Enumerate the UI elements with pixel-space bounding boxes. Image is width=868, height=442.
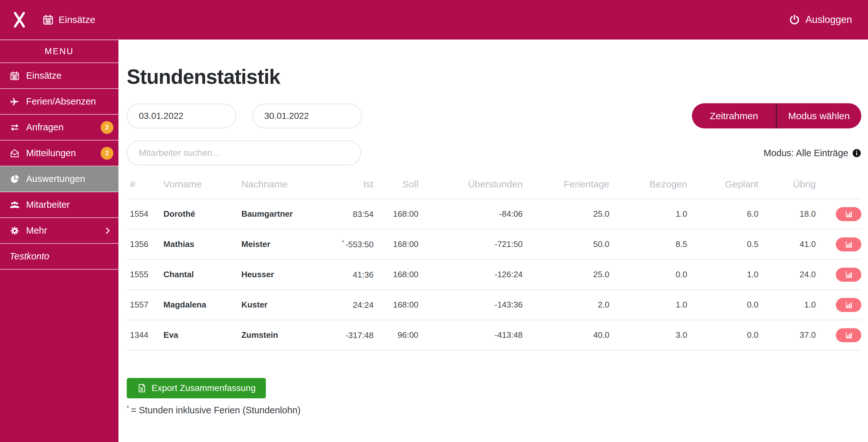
topbar-nav-einsaetze[interactable]: Einsätze — [43, 14, 95, 25]
bar-chart-icon — [844, 331, 853, 340]
cell-nachname: Kuster — [241, 290, 337, 320]
cell-ueberstunden: -721:50 — [418, 229, 523, 259]
col-header-uebrig: Übrig — [758, 171, 816, 199]
cell-soll: 168:00 — [373, 259, 418, 290]
topbar-nav-label: Einsätze — [59, 14, 95, 25]
col-header-bezogen: Bezogen — [610, 171, 687, 199]
sidebar-item-auswertungen[interactable]: Auswertungen — [0, 166, 119, 192]
row-chart-button[interactable] — [836, 298, 861, 312]
pie-chart-icon — [9, 174, 20, 184]
sidebar-item-ferien-absenzen[interactable]: Ferien/Absenzen — [0, 89, 119, 115]
topbar: Einsätze Ausloggen — [0, 0, 868, 39]
cell-id: 1554 — [127, 199, 163, 229]
col-header-geplant: Geplant — [687, 171, 758, 199]
sidebar-item-label: Testkonto — [9, 251, 49, 262]
sidebar-item-label: Einsätze — [26, 70, 61, 81]
modus-waehlen-button[interactable]: Modus wählen — [777, 103, 861, 128]
sidebar-item-einsaetze[interactable]: Einsätze — [0, 63, 119, 89]
bar-chart-icon — [844, 240, 853, 248]
cell-id: 1555 — [127, 259, 163, 290]
x-logo-icon — [13, 11, 26, 29]
envelope-icon — [9, 148, 20, 158]
cell-ist: *-553:50 — [337, 229, 373, 259]
row-chart-button[interactable] — [836, 237, 861, 252]
logout-button[interactable]: Ausloggen — [789, 14, 852, 26]
sidebar-item-mitarbeiter[interactable]: Mitarbeiter — [0, 192, 119, 218]
cell-uebrig: 24.0 — [758, 259, 816, 290]
filters-row: Zeitrahmen Modus wählen — [127, 103, 861, 128]
cell-ueberstunden: -143:36 — [418, 290, 523, 320]
excel-file-icon — [137, 383, 147, 393]
modus-status: Modus: Alle Einträge — [764, 148, 861, 158]
cell-bezogen: 1.0 — [610, 290, 687, 320]
cell-bezogen: 0.0 — [610, 259, 687, 290]
cell-ferientage: 2.0 — [523, 290, 609, 320]
calendar-icon — [9, 71, 20, 81]
sidebar-item-label: Ferien/Absenzen — [26, 96, 96, 107]
bar-chart-icon — [844, 210, 853, 218]
sidebar-item-mitteilungen[interactable]: Mitteilungen 2 — [0, 141, 119, 166]
cell-ist: 83:54 — [337, 199, 373, 229]
info-icon[interactable] — [852, 148, 861, 158]
sidebar-item-testkonto[interactable]: Testkonto — [0, 244, 119, 270]
sidebar-item-label: Anfragen — [26, 122, 64, 132]
table-row: 1554 Dorothé Baumgartner 83:54 168:00 -8… — [127, 199, 861, 229]
logout-label: Ausloggen — [805, 14, 852, 26]
cell-geplant: 0.0 — [687, 320, 758, 350]
sidebar-item-mehr[interactable]: Mehr — [0, 218, 119, 244]
cell-bezogen: 1.0 — [610, 199, 687, 229]
cell-uebrig: 1.0 — [758, 290, 816, 320]
app-logo-x[interactable] — [13, 11, 26, 29]
col-header-vorname: Vorname — [163, 171, 241, 199]
cell-ueberstunden: -84:06 — [418, 199, 523, 229]
cell-id: 1344 — [127, 320, 163, 350]
plane-icon — [9, 96, 20, 107]
cell-ferientage: 50.0 — [523, 229, 609, 259]
table-row: 1555 Chantal Heusser 41:36 168:00 -126:2… — [127, 259, 861, 290]
cell-actions — [816, 290, 861, 320]
cell-uebrig: 37.0 — [758, 320, 816, 350]
col-header-ist: Ist — [337, 171, 373, 199]
cell-nachname: Zumstein — [241, 320, 337, 350]
cell-bezogen: 3.0 — [610, 320, 687, 350]
sidebar-menu-title: MENU — [0, 40, 119, 63]
cell-soll: 168:00 — [373, 199, 418, 229]
export-summary-button[interactable]: Export Zusammenfassung — [127, 378, 266, 399]
sidebar-item-anfragen[interactable]: Anfragen 2 — [0, 115, 119, 141]
cell-vorname: Chantal — [163, 259, 241, 290]
ist-footnote-mark: * — [342, 239, 344, 245]
date-from-input[interactable] — [127, 104, 236, 128]
cell-soll: 168:00 — [373, 229, 418, 259]
cell-ueberstunden: -413:48 — [418, 320, 523, 350]
row-chart-button[interactable] — [836, 268, 861, 282]
col-header-ferientage: Ferientage — [523, 171, 609, 199]
col-header-ueberstunden: Überstunden — [418, 171, 523, 199]
footnote: *= Stunden inklusive Ferien (Stundenlohn… — [127, 405, 861, 416]
gear-icon — [9, 226, 20, 236]
row-chart-button[interactable] — [836, 328, 861, 342]
search-input[interactable] — [127, 141, 361, 166]
sidebar-item-label: Mitteilungen — [26, 148, 76, 158]
cell-actions — [816, 199, 861, 229]
cell-geplant: 6.0 — [687, 199, 758, 229]
cell-id: 1356 — [127, 229, 163, 259]
users-icon — [9, 200, 20, 210]
cell-bezogen: 8.5 — [610, 229, 687, 259]
col-header-soll: Soll — [373, 171, 418, 199]
date-to-input[interactable] — [252, 104, 362, 128]
cell-uebrig: 18.0 — [758, 199, 816, 229]
swap-arrows-icon — [9, 122, 20, 132]
cell-geplant: 0.0 — [687, 290, 758, 320]
zeitrahmen-button[interactable]: Zeitrahmen — [692, 103, 777, 128]
export-summary-label: Export Zusammenfassung — [152, 383, 256, 393]
main-content: Stundenstatistik Zeitrahmen Modus wählen… — [119, 39, 868, 442]
sidebar: MENU Einsätze Ferien/Absenzen — [0, 39, 119, 442]
cell-geplant: 0.5 — [687, 229, 758, 259]
table-header-row: # Vorname Nachname Ist Soll Überstunden … — [127, 171, 861, 199]
row-chart-button[interactable] — [836, 207, 861, 221]
cell-nachname: Heusser — [241, 259, 337, 290]
cell-id: 1557 — [127, 290, 163, 320]
cell-ferientage: 25.0 — [523, 259, 609, 290]
cell-ist: 41:36 — [337, 259, 373, 290]
chevron-right-icon — [103, 226, 112, 235]
